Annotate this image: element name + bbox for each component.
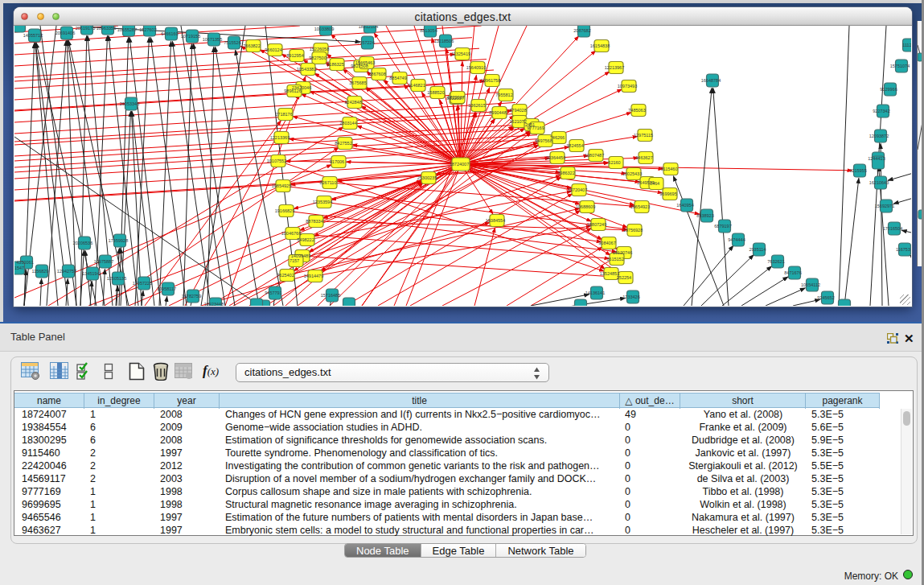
svg-text:15640910: 15640910 (466, 65, 486, 70)
svg-text:16154838: 16154838 (590, 43, 610, 48)
svg-text:19166829: 19166829 (275, 208, 294, 213)
svg-text:14914479: 14914479 (304, 274, 323, 278)
svg-text:2803144: 2803144 (339, 121, 356, 126)
svg-text:10543382: 10543382 (297, 67, 316, 72)
svg-text:9084067: 9084067 (598, 241, 615, 245)
svg-text:11325419: 11325419 (451, 51, 470, 56)
svg-text:10975887: 10975887 (94, 259, 113, 264)
svg-text:12213369: 12213369 (270, 135, 290, 140)
svg-text:14136141: 14136141 (585, 290, 605, 295)
svg-text:1345194: 1345194 (82, 271, 99, 276)
svg-text:9463627: 9463627 (635, 155, 652, 160)
svg-text:8267110: 8267110 (319, 180, 336, 185)
svg-text:116753: 116753 (896, 247, 910, 252)
svg-text:12093872: 12093872 (869, 134, 889, 138)
svg-text:17359928: 17359928 (109, 238, 128, 243)
svg-text:10033809: 10033809 (314, 27, 334, 31)
svg-text:1621072: 1621072 (509, 119, 526, 124)
svg-text:17016504: 17016504 (883, 226, 902, 231)
svg-text:16120746: 16120746 (613, 250, 632, 255)
svg-text:9777169: 9777169 (527, 126, 544, 130)
svg-text:15720407: 15720407 (568, 187, 587, 192)
svg-text:1362615: 1362615 (468, 103, 485, 108)
svg-text:10107552: 10107552 (267, 159, 286, 163)
svg-text:2087682: 2087682 (573, 28, 590, 33)
svg-text:15692971: 15692971 (875, 204, 894, 208)
svg-text:8912954: 8912954 (286, 53, 303, 58)
svg-text:8186325: 8186325 (326, 62, 343, 67)
svg-text:20206536: 20206536 (73, 241, 92, 245)
svg-text:18312104: 18312104 (359, 26, 378, 29)
svg-text:25300235: 25300235 (417, 175, 437, 180)
svg-text:1244413: 1244413 (868, 156, 885, 161)
svg-text:15226058: 15226058 (310, 47, 329, 51)
svg-text:3675685: 3675685 (349, 80, 366, 85)
svg-text:19756928: 19756928 (623, 228, 643, 233)
svg-text:10671355: 10671355 (203, 37, 222, 42)
svg-text:7663822: 7663822 (243, 43, 260, 48)
svg-text:10807487: 10807487 (585, 153, 604, 158)
svg-text:9227342: 9227342 (873, 109, 889, 113)
svg-text:10963356: 10963356 (97, 26, 116, 31)
svg-text:8938923: 8938923 (696, 213, 713, 218)
svg-text:6794028: 6794028 (509, 108, 526, 113)
svg-text:9457791: 9457791 (265, 290, 281, 295)
svg-text:1527602: 1527602 (139, 27, 156, 32)
svg-text:17957225: 17957225 (133, 281, 152, 286)
svg-text:9660124: 9660124 (265, 47, 281, 52)
svg-text:391547: 391547 (14, 266, 24, 270)
svg-text:1640954: 1640954 (676, 203, 693, 208)
svg-text:9129966: 9129966 (880, 87, 897, 92)
svg-text:12942757: 12942757 (57, 269, 76, 274)
svg-text:3215955: 3215955 (849, 168, 866, 173)
svg-text:19854925: 19854925 (272, 183, 291, 188)
svg-text:8464: 8464 (650, 181, 659, 186)
svg-text:3824554: 3824554 (566, 143, 583, 148)
svg-text:10654112: 10654112 (801, 282, 820, 287)
svg-text:7955812: 7955812 (495, 93, 512, 97)
svg-text:10719155: 10719155 (181, 34, 200, 39)
svg-text:12975115: 12975115 (634, 133, 653, 138)
svg-text:20364456: 20364456 (546, 155, 565, 160)
svg-text:7157: 7157 (290, 258, 299, 263)
svg-text:1822037: 1822037 (447, 95, 464, 100)
svg-text:917006: 917006 (330, 159, 344, 164)
svg-text:10655287: 10655287 (117, 27, 137, 32)
svg-text:12213967: 12213967 (605, 65, 624, 70)
svg-text:15465463: 15465463 (355, 60, 375, 65)
svg-text:12505135: 12505135 (107, 276, 126, 281)
svg-text:18724007: 18724007 (450, 162, 469, 167)
svg-text:1156829: 1156829 (31, 269, 48, 274)
svg-text:10046766: 10046766 (281, 231, 301, 236)
svg-text:9242848: 9242848 (344, 100, 361, 105)
svg-text:14055712: 14055712 (23, 33, 43, 38)
svg-text:19384554: 19384554 (486, 218, 505, 223)
svg-text:20691406: 20691406 (55, 31, 75, 35)
svg-text:7485063: 7485063 (628, 108, 645, 113)
svg-text:2867608: 2867608 (368, 72, 385, 76)
svg-text:8990448: 8990448 (489, 110, 506, 115)
svg-text:7515526: 7515526 (224, 40, 240, 45)
svg-text:9699695: 9699695 (659, 192, 676, 196)
svg-text:8854749: 8854749 (389, 76, 406, 80)
svg-text:26053346: 26053346 (120, 101, 139, 106)
svg-text:7357224: 7357224 (357, 40, 374, 45)
svg-text:8427552: 8427552 (335, 141, 351, 146)
svg-text:10973493: 10973493 (618, 84, 637, 89)
svg-text:12353594: 12353594 (313, 200, 332, 204)
svg-text:16648784: 16648784 (701, 78, 721, 83)
svg-text:10025433: 10025433 (622, 171, 642, 176)
svg-text:252254: 252254 (617, 275, 631, 280)
svg-text:9146821: 9146821 (408, 83, 425, 88)
svg-text:10961758: 10961758 (481, 78, 500, 83)
svg-text:2935114: 2935114 (749, 247, 766, 252)
svg-text:15716485: 15716485 (321, 293, 340, 298)
svg-text:15751074: 15751074 (890, 64, 910, 68)
svg-text:9115460: 9115460 (660, 167, 677, 171)
svg-text:9827500: 9827500 (309, 56, 326, 60)
svg-text:5498222: 5498222 (297, 237, 314, 242)
svg-text:8813054: 8813054 (420, 28, 437, 33)
svg-text:4350061: 4350061 (16, 260, 33, 265)
svg-text:20619175: 20619175 (76, 26, 95, 31)
svg-text:9245652: 9245652 (817, 295, 834, 300)
